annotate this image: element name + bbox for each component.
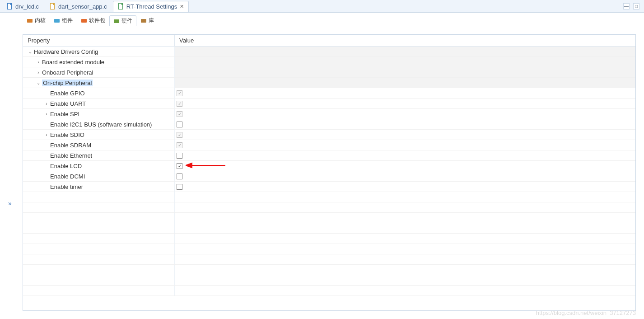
property-label: Hardware Drivers Config — [34, 48, 98, 55]
sub-tab[interactable]: 库 — [136, 15, 158, 26]
table-row[interactable]: Enable timer — [23, 182, 635, 192]
property-label: Board extended module — [42, 59, 104, 66]
arrow-annotation-icon — [186, 162, 226, 169]
property-label: Enable UART — [50, 100, 86, 107]
chevron-right-icon[interactable]: › — [44, 112, 49, 117]
value-cell — [175, 119, 635, 129]
property-cell — [23, 234, 175, 244]
sub-tab-label: 库 — [149, 17, 154, 24]
value-cell — [175, 67, 635, 77]
table-row[interactable]: Enable DCMI — [23, 171, 635, 182]
tab-label: dart_sensor_app.c — [58, 3, 107, 10]
property-label: On-chip Peripheral — [42, 80, 93, 86]
file-icon — [50, 3, 56, 9]
table-row[interactable]: Enable I2C1 BUS (software simulation) — [23, 119, 635, 130]
value-cell: ✓ — [175, 99, 635, 108]
table-row — [23, 234, 635, 244]
checkbox[interactable] — [177, 184, 182, 190]
table-row[interactable]: Enable LCD✓ — [23, 161, 635, 171]
table-row[interactable]: ›Onboard Peripheral — [23, 67, 635, 78]
property-cell — [23, 275, 175, 285]
property-cell — [23, 202, 175, 212]
svg-marker-9 — [186, 163, 192, 168]
chevron-down-icon[interactable]: ⌄ — [36, 80, 41, 85]
chevron-right-icon[interactable]: › — [44, 101, 49, 106]
editor-tab[interactable]: drv_lcd.c — [2, 1, 44, 12]
checkbox[interactable] — [177, 174, 182, 179]
chevron-down-icon[interactable]: ⌄ — [28, 49, 33, 54]
property-cell: ›Onboard Peripheral — [23, 67, 175, 77]
table-row[interactable]: Enable GPIO✓ — [23, 88, 635, 99]
checkbox: ✓ — [177, 101, 182, 107]
value-cell — [175, 78, 635, 88]
main-area: » Property Value ⌄Hardware Drivers Confi… — [0, 26, 644, 319]
property-cell — [23, 223, 175, 233]
value-cell — [175, 254, 635, 264]
table-row — [23, 265, 635, 275]
table-row — [23, 275, 635, 286]
editor-tab[interactable]: RT-Thread Settings✕ — [113, 1, 189, 12]
value-cell: ✓ — [175, 109, 635, 119]
sub-tab-label: 组件 — [62, 17, 73, 24]
property-cell — [23, 192, 175, 202]
table-row[interactable]: Enable SDRAM✓ — [23, 140, 635, 150]
value-cell — [175, 192, 635, 202]
table-row[interactable]: ›Enable UART✓ — [23, 99, 635, 109]
sub-tab[interactable]: 内核 — [23, 15, 50, 26]
checkbox: ✓ — [177, 90, 182, 96]
checkbox[interactable]: ✓ — [177, 163, 182, 169]
checkbox: ✓ — [177, 142, 182, 148]
tab-label: drv_lcd.c — [15, 3, 39, 10]
property-label: Enable SPI — [50, 111, 79, 117]
close-icon[interactable]: ✕ — [180, 4, 184, 9]
property-cell — [23, 244, 175, 254]
sub-tab[interactable]: 组件 — [50, 15, 77, 26]
svg-rect-5 — [81, 19, 87, 23]
editor-tab[interactable]: dart_sensor_app.c — [45, 1, 112, 12]
chevron-right-icon[interactable]: › — [36, 70, 41, 75]
table-row — [23, 254, 635, 265]
property-label: Enable GPIO — [50, 90, 85, 97]
checkbox[interactable] — [177, 122, 182, 127]
table-row — [23, 286, 635, 296]
property-cell — [23, 254, 175, 264]
table-row[interactable]: ⌄On-chip Peripheral — [23, 78, 635, 88]
table-row — [23, 223, 635, 234]
sub-tab[interactable]: 硬件 — [109, 15, 136, 26]
column-header-value[interactable]: Value — [175, 35, 635, 46]
property-label: Onboard Peripheral — [42, 69, 93, 76]
table-row[interactable]: ›Enable SDIO✓ — [23, 130, 635, 140]
sub-tab-icon — [113, 18, 120, 24]
property-grid: Property Value ⌄Hardware Drivers Config›… — [23, 34, 636, 311]
value-cell: ✓ — [175, 140, 635, 150]
property-cell: Enable LCD — [23, 161, 175, 171]
chevron-right-icon[interactable]: › — [36, 60, 41, 65]
table-row[interactable]: ›Enable SPI✓ — [23, 109, 635, 119]
value-cell — [175, 265, 635, 275]
expand-handle-icon[interactable]: » — [5, 198, 15, 209]
file-icon — [118, 3, 124, 9]
maximize-icon[interactable]: □ — [633, 3, 639, 9]
column-header-property[interactable]: Property — [23, 35, 175, 46]
property-label: Enable timer — [50, 183, 83, 190]
table-row[interactable]: ›Board extended module — [23, 57, 635, 67]
sub-tab[interactable]: 软件包 — [77, 15, 109, 26]
property-cell: ›Enable UART — [23, 99, 175, 108]
window-controls: —□ — [623, 3, 644, 9]
property-label: Enable LCD — [50, 163, 82, 169]
minimize-icon[interactable]: — — [623, 3, 630, 9]
table-row[interactable]: Enable Ethernet — [23, 150, 635, 161]
svg-rect-6 — [114, 19, 119, 23]
property-cell: ›Board extended module — [23, 57, 175, 67]
table-row[interactable]: ⌄Hardware Drivers Config — [23, 47, 635, 57]
checkbox[interactable] — [177, 153, 182, 159]
value-cell — [175, 244, 635, 254]
sub-tab-icon — [27, 18, 33, 24]
value-cell: ✓ — [175, 161, 635, 171]
table-row — [23, 213, 635, 223]
value-cell — [175, 223, 635, 233]
value-cell — [175, 275, 635, 285]
value-cell — [175, 171, 635, 181]
chevron-right-icon[interactable]: › — [44, 132, 49, 137]
property-cell: Enable I2C1 BUS (software simulation) — [23, 119, 175, 129]
